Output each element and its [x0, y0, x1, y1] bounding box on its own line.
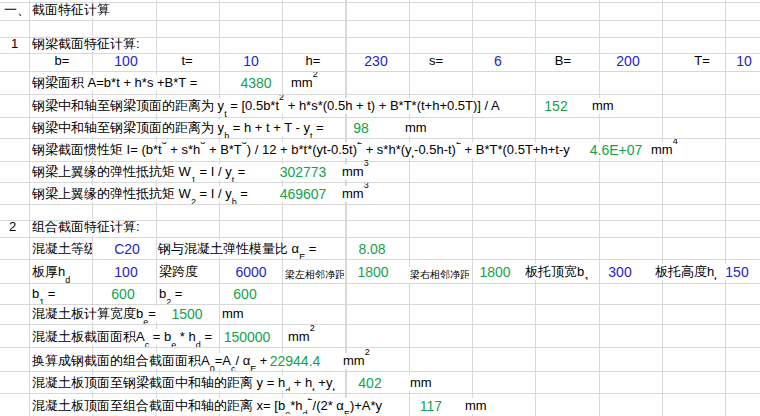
b2-value[interactable]: 600 [230, 286, 259, 302]
modulus-ratio-label[interactable]: 钢与混凝土弹性模量比 αE = [157, 241, 317, 257]
left-clear-dist-value[interactable]: 1800 [354, 264, 391, 280]
modulus-ratio-value[interactable]: 8.08 [355, 241, 388, 257]
param-B-label[interactable]: B= [552, 53, 574, 69]
b1-value[interactable]: 600 [108, 286, 137, 302]
y-distance-label[interactable]: 混凝土板顶面至钢梁截面中和轴的距离 y = hd + ht +yt [31, 375, 336, 391]
slab-area-label[interactable]: 混凝土板截面面积Ac = be * hd = [31, 329, 213, 345]
steel-area-unit[interactable]: mm2 [290, 75, 319, 91]
transformed-area-unit[interactable]: mm2 [342, 353, 371, 369]
effective-width-unit[interactable]: mm [221, 306, 245, 322]
heading2-number[interactable]: 2 [8, 219, 17, 235]
gridline-h [0, 138, 760, 139]
spreadsheet: 一、 截面特征计算 1 钢梁截面特征计算: b= 100 t= 10 h= 23… [0, 0, 760, 416]
gridline-h [0, 371, 760, 372]
param-T-label[interactable]: T= [691, 53, 713, 69]
x-distance-unit[interactable]: mm [464, 398, 488, 414]
haunch-top-width-label[interactable]: 板托顶宽b1 [524, 264, 590, 280]
gridline-h [0, 237, 760, 238]
haunch-top-width-value[interactable]: 300 [605, 264, 634, 280]
param-t-label[interactable]: t= [178, 53, 195, 69]
concrete-grade-value[interactable]: C20 [111, 241, 143, 257]
heading1-number[interactable]: 1 [10, 36, 19, 52]
heading2-title[interactable]: 组合截面特征计算: [31, 219, 141, 235]
gridline-h [0, 182, 760, 183]
steel-w2-label[interactable]: 钢梁上翼缘的弹性抵抗矩 W2 = I / yb = [31, 186, 249, 202]
gridline-h [0, 347, 760, 348]
param-b-label[interactable]: b= [52, 53, 73, 69]
x-distance-label[interactable]: 混凝土板顶面至组合截面中和轴的距离 x= [be*hd2/(2* αE)+A*y [31, 398, 383, 414]
haunch-height-label[interactable]: 板托高度ht [654, 264, 718, 280]
param-t-value[interactable]: 10 [240, 53, 262, 69]
y-distance-unit[interactable]: mm [409, 375, 433, 391]
steel-inertia-unit[interactable]: mm4 [650, 142, 679, 158]
steel-inertia-label[interactable]: 钢梁截面惯性矩 I= (b*t3 + s*h3 + B*T3) / 12 + b… [31, 142, 571, 158]
transformed-area-label[interactable]: 换算成钢截面的组合截面面积A0=Ac/ αE + [31, 353, 268, 369]
gridline-h [0, 324, 760, 325]
param-b-value[interactable]: 100 [111, 53, 140, 69]
gridline-h [0, 283, 760, 284]
gridline-h [0, 304, 760, 305]
y-distance-value[interactable]: 402 [355, 375, 384, 391]
steel-w1-unit[interactable]: mm3 [341, 164, 370, 180]
param-s-label[interactable]: s= [426, 53, 446, 69]
left-clear-dist-label[interactable]: 梁左相邻净距 [284, 267, 344, 283]
x-distance-value[interactable]: 117 [417, 398, 445, 414]
steel-yb-label[interactable]: 钢梁中和轴至钢梁顶面的距离为 yb = h + t + T - yt = [31, 120, 325, 136]
gridline-h [0, 53, 760, 54]
effective-width-value[interactable]: 1500 [168, 306, 205, 322]
gridline-h [0, 20, 760, 21]
gridline-h [0, 94, 760, 95]
right-clear-dist-value[interactable]: 1800 [476, 264, 513, 280]
param-s-value[interactable]: 6 [491, 53, 505, 69]
gridline-h [0, 204, 760, 205]
section-title[interactable]: 截面特征计算 [31, 2, 111, 18]
gridline-h [0, 161, 760, 162]
heading1-title[interactable]: 钢梁截面特征计算: [31, 36, 141, 52]
param-B-value[interactable]: 200 [613, 53, 642, 69]
haunch-height-value[interactable]: 150 [722, 264, 751, 280]
steel-yt-value[interactable]: 152 [541, 98, 570, 114]
steel-yb-value[interactable]: 98 [350, 120, 372, 136]
steel-inertia-value[interactable]: 4.6E+07 [587, 142, 646, 158]
concrete-grade-label[interactable]: 混凝土等级 [31, 241, 92, 257]
param-h-label[interactable]: h= [303, 53, 324, 69]
right-clear-dist-label[interactable]: 梁右相邻净距 [409, 267, 469, 283]
gridline-h [0, 71, 760, 72]
slab-thickness-value[interactable]: 100 [111, 264, 140, 280]
b2-label[interactable]: b2 = [158, 286, 183, 302]
gridline-h [0, 37, 760, 38]
steel-w2-unit[interactable]: mm3 [341, 186, 370, 202]
gridline-h [0, 393, 760, 394]
gridline-h [0, 259, 760, 260]
steel-yb-unit[interactable]: mm [404, 120, 428, 136]
steel-yt-label[interactable]: 钢梁中和轴至钢梁顶面的距离为 yt = [0.5b*t2 + h*s*(0.5h… [31, 98, 501, 114]
b1-label[interactable]: b1 = [31, 286, 56, 302]
beam-span-value[interactable]: 6000 [232, 264, 269, 280]
steel-area-label[interactable]: 钢梁面积 A=b*t + h*s +B*T = [31, 75, 198, 91]
gridline-h [0, 2, 760, 3]
beam-span-label[interactable]: 梁跨度 [158, 264, 199, 280]
steel-yt-unit[interactable]: mm [591, 98, 615, 114]
slab-area-unit[interactable]: mm2 [287, 329, 316, 345]
steel-area-value[interactable]: 4380 [237, 75, 274, 91]
param-h-value[interactable]: 230 [361, 53, 390, 69]
slab-area-value[interactable]: 150000 [221, 329, 274, 345]
steel-w1-value[interactable]: 302773 [277, 164, 330, 180]
section-number[interactable]: 一、 [3, 2, 31, 18]
gridline-h [0, 117, 760, 118]
gridline-h [0, 220, 760, 221]
transformed-area-value[interactable]: 22944.4 [267, 353, 324, 369]
steel-w2-value[interactable]: 469607 [277, 186, 330, 202]
slab-thickness-label[interactable]: 板厚hd [31, 264, 71, 280]
effective-width-label[interactable]: 混凝土板计算宽度be= [31, 306, 157, 322]
param-T-value[interactable]: 10 [733, 53, 755, 69]
steel-w1-label[interactable]: 钢梁上翼缘的弹性抵抗矩 W1 = I / yt = [31, 164, 246, 180]
